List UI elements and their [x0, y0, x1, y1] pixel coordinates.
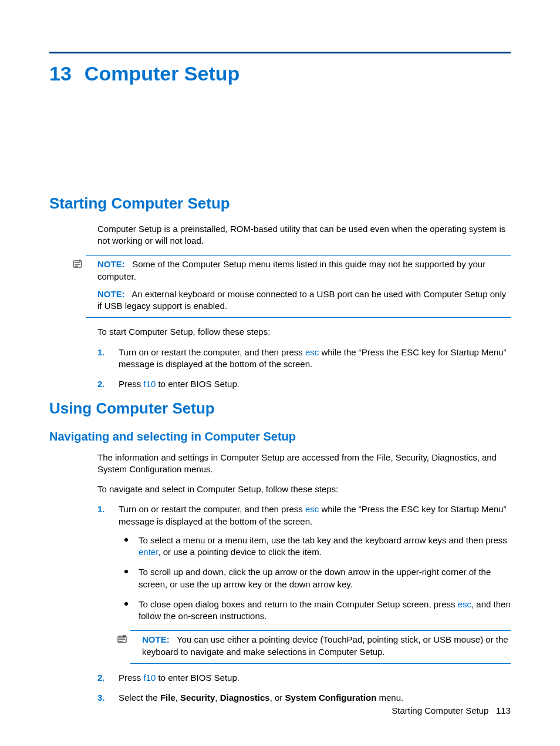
note-box-2: NOTE: You can use either a pointing devi…: [130, 630, 511, 664]
note-label: NOTE:: [97, 289, 125, 299]
sub-bullets: To select a menu or a menu item, use the…: [119, 535, 511, 623]
chapter-title: Computer Setup: [85, 62, 239, 85]
section-heading-using: Using Computer Setup: [49, 398, 511, 419]
menu-security: Security: [180, 693, 215, 703]
paragraph: To navigate and select in Computer Setup…: [97, 483, 511, 495]
note-icon: [73, 259, 82, 271]
lead-text: To start Computer Setup, follow these st…: [97, 326, 511, 338]
bullet-item: To close open dialog boxes and return to…: [119, 599, 511, 623]
body-block-2: The information and settings in Computer…: [97, 452, 511, 496]
intro-paragraph-block: Computer Setup is a preinstalled, ROM-ba…: [97, 223, 511, 247]
chapter-heading: 13Computer Setup: [49, 61, 511, 88]
document-page: 13Computer Setup Starting Computer Setup…: [0, 0, 560, 746]
note-label: NOTE:: [97, 259, 125, 269]
steps-list-2: 1. Turn on or restart the computer, and …: [97, 503, 511, 704]
note-text: NOTE: You can use either a pointing devi…: [142, 634, 511, 658]
key-f10: f10: [144, 379, 156, 389]
note-2-text: NOTE: An external keyboard or mouse conn…: [97, 288, 511, 312]
key-esc: esc: [305, 347, 319, 357]
step-number: 2.: [97, 378, 105, 390]
note-icon: [117, 634, 127, 646]
step-number: 1.: [97, 347, 105, 358]
menu-system-configuration: System Configuration: [285, 693, 377, 703]
step-1: 1. Turn on or restart the computer, and …: [97, 503, 511, 664]
bullet-item: To select a menu or a menu item, use the…: [119, 535, 511, 559]
step-number: 1.: [97, 503, 105, 515]
key-esc: esc: [458, 599, 471, 609]
intro-paragraph: Computer Setup is a preinstalled, ROM-ba…: [97, 223, 511, 247]
step-3: 3. Select the File, Security, Diagnostic…: [97, 692, 511, 704]
footer-page-number: 113: [496, 705, 511, 715]
step-1: 1. Turn on or restart the computer, and …: [97, 347, 511, 371]
section-heading-starting: Starting Computer Setup: [49, 193, 511, 214]
menu-file: File: [160, 693, 176, 703]
step-number: 3.: [97, 692, 105, 704]
step-number: 2.: [97, 672, 105, 684]
step-2: 2. Press f10 to enter BIOS Setup.: [97, 378, 511, 390]
bullet-item: To scroll up and down, click the up arro…: [119, 566, 511, 590]
page-footer: Starting Computer Setup 113: [392, 705, 511, 717]
key-esc: esc: [305, 504, 319, 514]
lead-text-block: To start Computer Setup, follow these st…: [97, 326, 511, 338]
note-label: NOTE:: [142, 634, 170, 644]
paragraph: The information and settings in Computer…: [97, 452, 511, 476]
step-2: 2. Press f10 to enter BIOS Setup.: [97, 672, 511, 684]
footer-section: Starting Computer Setup: [392, 705, 488, 715]
key-f10: f10: [144, 673, 156, 683]
chapter-number: 13: [49, 62, 72, 85]
key-enter: enter: [139, 547, 158, 557]
note-box-1: NOTE: Some of the Computer Setup menu it…: [86, 255, 511, 318]
steps-list-1: 1. Turn on or restart the computer, and …: [97, 347, 511, 391]
top-rule: [49, 52, 511, 53]
note-1-text: NOTE: Some of the Computer Setup menu it…: [97, 258, 511, 283]
subsection-heading-navigating: Navigating and selecting in Computer Set…: [49, 429, 511, 445]
menu-diagnostics: Diagnostics: [220, 693, 270, 703]
